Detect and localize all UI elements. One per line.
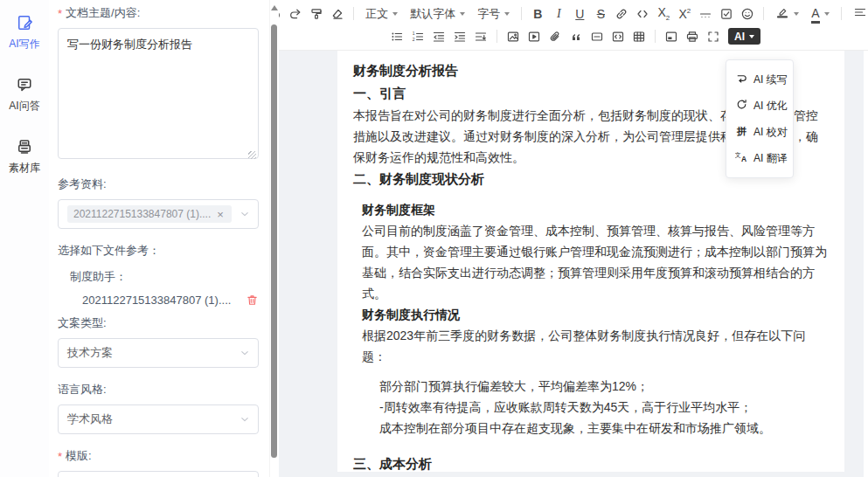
menu-item-ai-optimize[interactable]: AI 优化 [726, 93, 793, 119]
divider-icon[interactable] [587, 26, 608, 46]
toolbar-separator [763, 7, 764, 20]
subscript-icon[interactable]: X2 [653, 3, 674, 24]
style-select[interactable]: 学术风格 [58, 404, 259, 434]
caret-down-icon [824, 12, 830, 16]
bold-icon[interactable]: B [527, 3, 548, 24]
align-icon [853, 5, 867, 22]
bullet-list-icon[interactable] [386, 26, 407, 46]
task-list-icon[interactable] [716, 3, 737, 24]
chevron-down-icon [239, 208, 251, 220]
reference-tag[interactable]: 2021122715133847807 (1).... × [67, 205, 232, 223]
chevron-down-icon [239, 413, 251, 425]
toolbar-separator [655, 30, 656, 43]
menu-item-ai-translate[interactable]: 文AAI 翻译 [726, 145, 793, 171]
nav-item-label: 素材库 [9, 161, 40, 176]
svg-text:1: 1 [413, 31, 415, 36]
redo-icon[interactable] [285, 3, 306, 24]
highlight-dropdown[interactable] [769, 3, 805, 24]
fullscreen-icon[interactable] [703, 26, 724, 46]
font-color-icon: A [811, 7, 819, 20]
panel-scrollbar[interactable] [269, 0, 279, 477]
italic-icon[interactable]: I [548, 3, 569, 24]
align-dropdown[interactable] [847, 3, 868, 24]
topic-label: 文档主题/内容: [58, 5, 259, 21]
superscript-icon[interactable]: X2 [674, 3, 695, 24]
menu-item-ai-continue[interactable]: AI 续写 [726, 66, 793, 93]
write-icon [16, 14, 33, 34]
outdent-icon[interactable] [428, 26, 449, 46]
link-icon[interactable] [611, 3, 632, 24]
file-row: 2021122715133847807 (1).... [82, 294, 259, 307]
font-color-dropdown[interactable]: A [805, 3, 835, 24]
doc-paragraph: 部分部门预算执行偏差较大，平均偏差率为12%； [379, 376, 827, 397]
ai-proofread-icon: 拼 [735, 124, 748, 140]
video-icon[interactable] [524, 26, 545, 46]
svg-text:拼: 拼 [736, 126, 746, 136]
scroll-up-arrow-icon[interactable] [271, 5, 278, 10]
toolbar-separator [353, 7, 354, 20]
chevron-down-icon [239, 347, 251, 359]
ai-menu-button[interactable]: AI [728, 28, 760, 45]
caret-down-icon [504, 12, 510, 16]
nav-rail: AI写作AI问答素材库 [0, 0, 49, 477]
doc-paragraph: 根据2023年前三季度的财务数据，公司整体财务制度执行情况良好，但存在以下问题： [362, 325, 827, 367]
paragraph-dropdown[interactable]: 正文 [359, 3, 404, 24]
close-icon[interactable]: × [217, 209, 224, 220]
attachment-icon[interactable] [545, 26, 566, 46]
topic-input-wrap: 写一份财务制度分析报告 [58, 28, 259, 162]
doc-heading: 三、成本分析 [353, 453, 827, 472]
editor-canvas: 财务制度分析报告一、引言本报告旨在对公司的财务制度进行全面分析，包括财务制度的现… [279, 51, 868, 477]
caret-down-icon [460, 12, 465, 16]
strikethrough-icon[interactable]: S [590, 3, 611, 24]
toolbar-separator [496, 30, 497, 43]
ordered-list-icon[interactable]: 12 [407, 26, 428, 46]
doc-type-select[interactable]: 技术方案 [58, 338, 259, 368]
quote-icon[interactable] [566, 26, 587, 46]
size-dropdown[interactable]: 字号 [471, 3, 516, 24]
emoji-icon[interactable] [737, 3, 758, 24]
clear-format-icon[interactable] [327, 3, 348, 24]
horizontal-rule-icon[interactable] [695, 3, 716, 24]
app-window: AI写作AI问答素材库 文档主题/内容: 写一份财务制度分析报告 参考资料: 2… [0, 0, 868, 477]
menu-item-label: AI 翻译 [753, 151, 788, 166]
doc-type-label: 文案类型: [58, 315, 259, 331]
format-painter-icon[interactable] [306, 3, 327, 24]
indent-icon[interactable] [449, 26, 470, 46]
toolbar-separator [841, 7, 842, 20]
template-label: 模版: [58, 448, 259, 464]
menu-item-label: AI 续写 [753, 73, 788, 87]
caret-down-icon [794, 12, 799, 16]
topic-textarea[interactable]: 写一份财务制度分析报告 [58, 28, 259, 159]
table-icon[interactable] [628, 26, 649, 46]
svg-text:2: 2 [413, 37, 415, 42]
doc-paragraph: -周转效率有待提高，应收账款周转天数为45天，高于行业平均水平； [379, 397, 827, 418]
nav-item-chat[interactable]: AI问答 [9, 76, 39, 114]
resize-handle-icon[interactable] [248, 151, 256, 159]
doc-heading: 财务制度执行情况 [362, 304, 827, 325]
nav-item-label: AI问答 [9, 99, 39, 114]
menu-item-label: AI 校对 [753, 125, 788, 140]
underline-icon[interactable]: U [569, 3, 590, 24]
code-block-icon[interactable] [608, 26, 628, 46]
scrollbar-thumb[interactable] [271, 24, 277, 458]
file-name: 2021122715133847807 (1).... [82, 294, 231, 307]
inline-code-icon[interactable] [632, 3, 653, 24]
frame-icon[interactable] [661, 26, 682, 46]
font-dropdown[interactable]: 默认字体 [404, 3, 471, 24]
style-label: 语言风格: [58, 382, 259, 398]
nav-item-write[interactable]: AI写作 [9, 14, 39, 52]
reference-select[interactable]: 2021122715133847807 (1).... × [58, 199, 259, 229]
file-group-label: 制度助手： [70, 269, 259, 285]
ai-writer-form-panel: 文档主题/内容: 写一份财务制度分析报告 参考资料: 2021122715133… [49, 0, 269, 477]
trash-icon[interactable] [246, 294, 259, 307]
caret-down-icon [749, 35, 754, 38]
print-icon[interactable] [682, 26, 703, 46]
menu-item-ai-proofread[interactable]: 拼AI 校对 [726, 119, 793, 145]
line-spacing-icon[interactable] [470, 26, 491, 46]
nav-item-library[interactable]: 素材库 [9, 138, 40, 176]
template-select[interactable]: 通用模板 [58, 471, 259, 477]
image-icon[interactable] [503, 26, 524, 46]
highlight-icon [775, 5, 789, 22]
editor-pane: 正文默认字体字号BIUSX2X2A12AI 财务制度分析报告一、引言本报告旨在对… [279, 0, 868, 477]
ai-translate-icon: 文A [735, 150, 748, 166]
